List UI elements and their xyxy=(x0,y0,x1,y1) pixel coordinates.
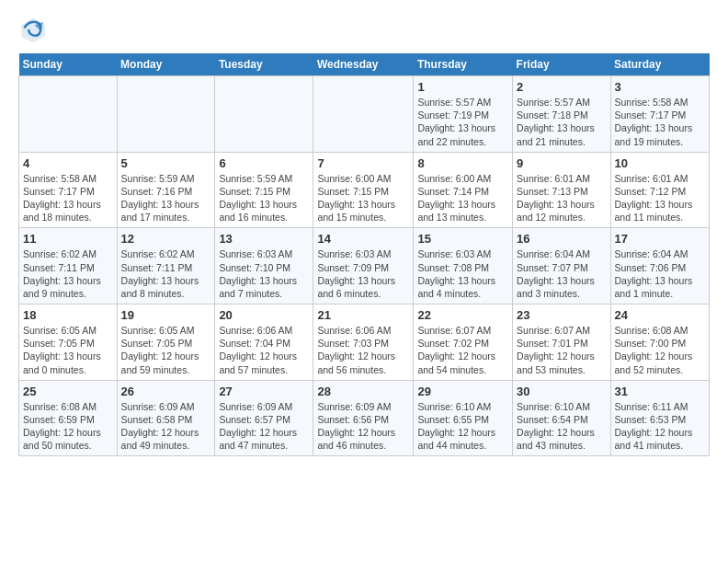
week-row-5: 25Sunrise: 6:08 AM Sunset: 6:59 PM Dayli… xyxy=(19,380,710,456)
day-cell: 16Sunrise: 6:04 AM Sunset: 7:07 PM Dayli… xyxy=(513,228,610,304)
day-number: 29 xyxy=(417,385,508,398)
week-row-3: 11Sunrise: 6:02 AM Sunset: 7:11 PM Dayli… xyxy=(19,228,710,304)
day-cell: 7Sunrise: 6:00 AM Sunset: 7:15 PM Daylig… xyxy=(313,152,414,228)
day-info: Sunrise: 6:04 AM Sunset: 7:07 PM Dayligh… xyxy=(517,247,606,300)
day-number: 13 xyxy=(219,232,309,246)
header-cell-friday: Friday xyxy=(513,53,610,76)
day-number: 25 xyxy=(23,385,113,398)
day-cell: 11Sunrise: 6:02 AM Sunset: 7:11 PM Dayli… xyxy=(19,228,118,304)
day-number: 30 xyxy=(517,385,606,398)
day-cell: 9Sunrise: 6:01 AM Sunset: 7:13 PM Daylig… xyxy=(513,152,610,228)
day-info: Sunrise: 6:09 AM Sunset: 6:57 PM Dayligh… xyxy=(219,400,309,453)
day-cell: 2Sunrise: 5:57 AM Sunset: 7:18 PM Daylig… xyxy=(513,76,610,153)
day-number: 10 xyxy=(615,156,705,170)
day-cell: 13Sunrise: 6:03 AM Sunset: 7:10 PM Dayli… xyxy=(215,228,313,304)
day-cell: 22Sunrise: 6:07 AM Sunset: 7:02 PM Dayli… xyxy=(414,304,513,381)
logo-icon xyxy=(18,15,48,44)
header xyxy=(18,15,710,44)
day-number: 26 xyxy=(121,385,211,398)
day-number: 6 xyxy=(219,156,309,170)
day-cell: 10Sunrise: 6:01 AM Sunset: 7:12 PM Dayli… xyxy=(610,152,709,228)
day-cell: 4Sunrise: 5:58 AM Sunset: 7:17 PM Daylig… xyxy=(19,152,118,228)
day-cell: 19Sunrise: 6:05 AM Sunset: 7:05 PM Dayli… xyxy=(117,304,215,381)
day-info: Sunrise: 6:11 AM Sunset: 6:53 PM Dayligh… xyxy=(615,400,705,453)
day-cell: 20Sunrise: 6:06 AM Sunset: 7:04 PM Dayli… xyxy=(215,304,313,381)
day-number: 5 xyxy=(121,156,211,170)
day-cell xyxy=(117,76,215,153)
day-number: 24 xyxy=(615,308,705,322)
day-cell: 8Sunrise: 6:00 AM Sunset: 7:14 PM Daylig… xyxy=(414,152,513,228)
day-info: Sunrise: 5:57 AM Sunset: 7:19 PM Dayligh… xyxy=(417,96,508,148)
day-number: 16 xyxy=(517,232,606,246)
day-number: 21 xyxy=(317,308,409,322)
day-info: Sunrise: 6:07 AM Sunset: 7:01 PM Dayligh… xyxy=(517,324,606,376)
day-info: Sunrise: 6:05 AM Sunset: 7:05 PM Dayligh… xyxy=(23,324,113,376)
day-info: Sunrise: 6:04 AM Sunset: 7:06 PM Dayligh… xyxy=(615,247,705,300)
day-number: 3 xyxy=(615,80,705,94)
day-number: 8 xyxy=(417,156,508,170)
day-info: Sunrise: 5:58 AM Sunset: 7:17 PM Dayligh… xyxy=(23,172,113,224)
header-cell-monday: Monday xyxy=(117,53,215,76)
logo xyxy=(18,15,51,44)
day-info: Sunrise: 6:06 AM Sunset: 7:04 PM Dayligh… xyxy=(219,324,309,376)
day-cell: 18Sunrise: 6:05 AM Sunset: 7:05 PM Dayli… xyxy=(19,304,118,381)
day-cell: 15Sunrise: 6:03 AM Sunset: 7:08 PM Dayli… xyxy=(414,228,513,304)
day-cell: 29Sunrise: 6:10 AM Sunset: 6:55 PM Dayli… xyxy=(414,380,513,456)
day-info: Sunrise: 6:07 AM Sunset: 7:02 PM Dayligh… xyxy=(417,324,508,376)
day-info: Sunrise: 5:59 AM Sunset: 7:16 PM Dayligh… xyxy=(121,172,211,224)
day-cell: 1Sunrise: 5:57 AM Sunset: 7:19 PM Daylig… xyxy=(414,76,513,153)
day-info: Sunrise: 6:08 AM Sunset: 6:59 PM Dayligh… xyxy=(23,400,113,453)
day-info: Sunrise: 6:02 AM Sunset: 7:11 PM Dayligh… xyxy=(23,247,113,300)
day-cell: 25Sunrise: 6:08 AM Sunset: 6:59 PM Dayli… xyxy=(19,380,118,456)
day-number: 28 xyxy=(317,385,409,398)
day-cell: 27Sunrise: 6:09 AM Sunset: 6:57 PM Dayli… xyxy=(215,380,313,456)
day-cell: 6Sunrise: 5:59 AM Sunset: 7:15 PM Daylig… xyxy=(215,152,313,228)
day-number: 18 xyxy=(23,308,113,322)
day-info: Sunrise: 6:03 AM Sunset: 7:10 PM Dayligh… xyxy=(219,247,309,300)
day-cell xyxy=(19,76,118,153)
day-info: Sunrise: 6:01 AM Sunset: 7:12 PM Dayligh… xyxy=(615,172,705,224)
day-info: Sunrise: 6:00 AM Sunset: 7:14 PM Dayligh… xyxy=(417,172,508,224)
header-row: SundayMondayTuesdayWednesdayThursdayFrid… xyxy=(19,53,710,76)
day-info: Sunrise: 6:01 AM Sunset: 7:13 PM Dayligh… xyxy=(517,172,606,224)
day-info: Sunrise: 6:03 AM Sunset: 7:09 PM Dayligh… xyxy=(317,247,409,300)
day-cell: 26Sunrise: 6:09 AM Sunset: 6:58 PM Dayli… xyxy=(117,380,215,456)
day-info: Sunrise: 6:02 AM Sunset: 7:11 PM Dayligh… xyxy=(121,247,211,300)
day-number: 1 xyxy=(417,80,508,94)
day-cell: 12Sunrise: 6:02 AM Sunset: 7:11 PM Dayli… xyxy=(117,228,215,304)
calendar-table: SundayMondayTuesdayWednesdayThursdayFrid… xyxy=(18,53,710,456)
day-cell xyxy=(215,76,313,153)
day-number: 11 xyxy=(23,232,113,246)
day-info: Sunrise: 6:06 AM Sunset: 7:03 PM Dayligh… xyxy=(317,324,409,376)
day-cell: 30Sunrise: 6:10 AM Sunset: 6:54 PM Dayli… xyxy=(513,380,610,456)
week-row-2: 4Sunrise: 5:58 AM Sunset: 7:17 PM Daylig… xyxy=(19,152,710,228)
week-row-4: 18Sunrise: 6:05 AM Sunset: 7:05 PM Dayli… xyxy=(19,304,710,381)
day-cell: 21Sunrise: 6:06 AM Sunset: 7:03 PM Dayli… xyxy=(313,304,414,381)
day-number: 2 xyxy=(517,80,606,94)
day-number: 4 xyxy=(23,156,113,170)
day-number: 9 xyxy=(517,156,606,170)
header-cell-saturday: Saturday xyxy=(610,53,709,76)
day-info: Sunrise: 5:57 AM Sunset: 7:18 PM Dayligh… xyxy=(517,96,606,148)
day-info: Sunrise: 6:05 AM Sunset: 7:05 PM Dayligh… xyxy=(121,324,211,376)
header-cell-thursday: Thursday xyxy=(414,53,513,76)
day-number: 15 xyxy=(417,232,508,246)
day-cell: 31Sunrise: 6:11 AM Sunset: 6:53 PM Dayli… xyxy=(610,380,709,456)
header-cell-sunday: Sunday xyxy=(19,53,118,76)
day-number: 12 xyxy=(121,232,211,246)
day-info: Sunrise: 6:09 AM Sunset: 6:56 PM Dayligh… xyxy=(317,400,409,453)
page: SundayMondayTuesdayWednesdayThursdayFrid… xyxy=(0,0,728,465)
day-cell xyxy=(313,76,414,153)
day-cell: 5Sunrise: 5:59 AM Sunset: 7:16 PM Daylig… xyxy=(117,152,215,228)
day-number: 27 xyxy=(219,385,309,398)
day-number: 14 xyxy=(317,232,409,246)
header-cell-wednesday: Wednesday xyxy=(313,53,414,76)
day-cell: 28Sunrise: 6:09 AM Sunset: 6:56 PM Dayli… xyxy=(313,380,414,456)
day-info: Sunrise: 5:58 AM Sunset: 7:17 PM Dayligh… xyxy=(615,96,705,148)
day-number: 7 xyxy=(317,156,409,170)
day-info: Sunrise: 6:00 AM Sunset: 7:15 PM Dayligh… xyxy=(317,172,409,224)
day-number: 23 xyxy=(517,308,606,322)
day-cell: 17Sunrise: 6:04 AM Sunset: 7:06 PM Dayli… xyxy=(610,228,709,304)
day-number: 31 xyxy=(615,385,705,398)
day-number: 20 xyxy=(219,308,309,322)
